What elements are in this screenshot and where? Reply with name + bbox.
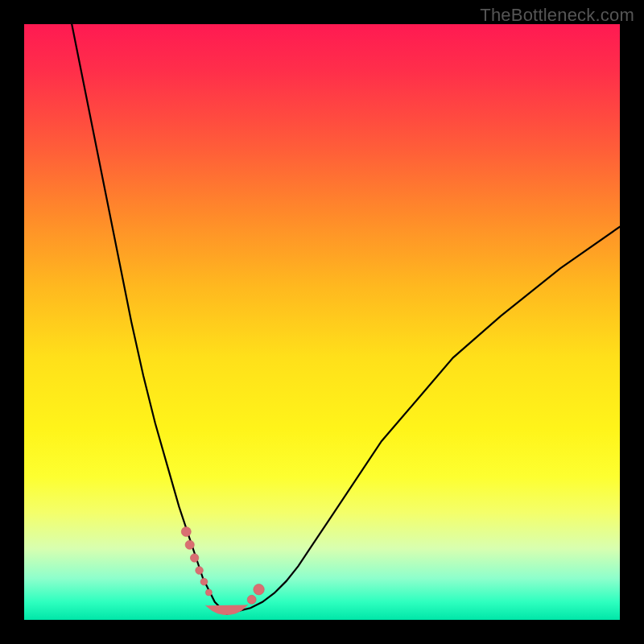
marker-dot [185, 540, 194, 549]
curve-layer [24, 24, 620, 620]
marker-dot [254, 584, 264, 595]
marker-dot [200, 578, 208, 585]
curve-left-branch [72, 24, 226, 614]
curve-right-branch [227, 227, 620, 614]
right-branch-markers [247, 584, 264, 605]
marker-dot [196, 567, 204, 575]
marker-dot [205, 589, 212, 596]
valley-marker-blob [206, 605, 248, 615]
chart-frame: TheBottleneck.com [0, 0, 644, 644]
marker-dot [190, 554, 198, 562]
plot-area [24, 24, 620, 620]
marker-dot [181, 526, 191, 536]
watermark-text: TheBottleneck.com [480, 5, 634, 26]
marker-dot [247, 595, 256, 604]
